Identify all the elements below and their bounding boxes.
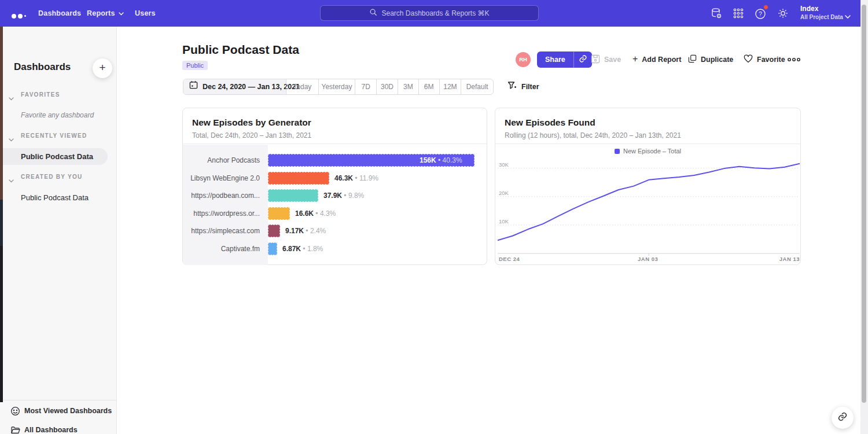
add-report-button[interactable]: + Add Report	[632, 52, 681, 68]
x-tick-dec24: DEC 24	[499, 256, 520, 262]
scrollbar-track	[860, 0, 868, 434]
sidebar-divider	[0, 400, 116, 400]
x-axis-labels: DEC 24 JAN 03 JAN 13	[498, 256, 800, 263]
preset-today[interactable]: Today	[286, 79, 318, 94]
bar-3[interactable]	[268, 189, 318, 202]
settings-gear-icon[interactable]	[776, 6, 790, 20]
project-chevron-icon[interactable]	[845, 11, 851, 21]
x-tick-jan03: JAN 03	[638, 256, 658, 262]
bar-6[interactable]	[268, 242, 277, 255]
nav-reports[interactable]: Reports	[87, 0, 124, 27]
chart-title: New Episodes by Generator	[192, 117, 311, 128]
search-placeholder: Search Dashboards & Reports ⌘K	[381, 9, 489, 17]
preset-7d[interactable]: 7D	[355, 79, 376, 94]
chevron-down-icon	[9, 175, 14, 185]
help-icon[interactable]: ?	[753, 6, 767, 20]
svg-text:?: ?	[759, 11, 762, 17]
filter-button[interactable]: Filter	[507, 81, 539, 92]
sidebar-item-public-podcast-data-created[interactable]: Public Podcast Data	[0, 189, 108, 206]
most-viewed-dashboards-label: Most Viewed Dashboards	[24, 407, 112, 415]
share-split-button: Share	[537, 52, 592, 68]
bar-category-label: Anchor Podcasts	[207, 154, 260, 167]
chevron-down-icon	[9, 134, 14, 144]
x-tick-jan13: JAN 13	[779, 256, 800, 262]
search-icon	[369, 8, 377, 18]
section-recently-viewed[interactable]: RECENTLY VIEWED	[0, 131, 117, 142]
edge-strip-top	[0, 27, 3, 200]
card-header: New Episodes Found Rolling (12 hours), t…	[495, 108, 800, 144]
duplicate-label: Duplicate	[701, 56, 733, 64]
section-created-by-you[interactable]: CREATED BY YOU	[0, 172, 117, 183]
smiley-icon	[10, 406, 20, 416]
date-range-button[interactable]: Dec 24, 2020 — Jan 13, 2021	[183, 79, 286, 94]
legend-swatch	[615, 149, 620, 154]
scrollbar-thumb[interactable]	[862, 5, 866, 403]
project-selector[interactable]: Index All Project Data	[800, 5, 843, 20]
bar-value-label: 9.17K • 2.4%	[285, 225, 326, 237]
duplicate-button[interactable]: Duplicate	[688, 52, 733, 68]
avatar[interactable]: RH	[516, 52, 531, 67]
line-chart-plot	[498, 157, 800, 256]
preset-6m[interactable]: 6M	[418, 79, 439, 94]
bar-category-label: https://simplecast.com	[191, 225, 260, 237]
favorite-button[interactable]: Favorite	[744, 52, 785, 68]
legend-label: New Episode – Total	[623, 148, 681, 155]
data-sources-icon[interactable]	[709, 6, 723, 20]
chart-legend: New Episode – Total	[495, 146, 800, 156]
section-created-by-you-label: CREATED BY YOU	[21, 174, 83, 180]
bar-value-label: 37.9K • 9.8%	[323, 189, 364, 202]
add-dashboard-button[interactable]: +	[93, 58, 112, 78]
apps-grid-icon[interactable]	[731, 6, 745, 20]
notification-badge	[763, 5, 768, 10]
chart-subtitle: Rolling (12 hours), total, Dec 24th, 202…	[505, 131, 681, 139]
plus-icon: +	[632, 54, 638, 64]
preset-30d[interactable]: 30D	[376, 79, 398, 94]
bar-category-label: Libsyn WebEngine 2.0	[190, 172, 260, 185]
more-dots-icon	[787, 56, 801, 64]
share-button[interactable]: Share	[537, 52, 573, 68]
brand-logo[interactable]	[12, 10, 31, 16]
bar-value-label: 46.3K • 11.9%	[334, 172, 378, 185]
bar-category-label: Captivate.fm	[221, 242, 260, 255]
filter-label: Filter	[521, 83, 539, 91]
preset-12m[interactable]: 12M	[439, 79, 461, 94]
search-input[interactable]: Search Dashboards & Reports ⌘K	[320, 5, 539, 21]
nav-reports-label: Reports	[87, 9, 115, 17]
save-button[interactable]: Save	[591, 52, 621, 68]
card-new-episodes-found: New Episodes Found Rolling (12 hours), t…	[495, 108, 801, 265]
preset-yesterday[interactable]: Yesterday	[318, 79, 355, 94]
sidebar-item-public-podcast-data-recent[interactable]: Public Podcast Data	[0, 148, 108, 165]
all-dashboards-item[interactable]: All Dashboards	[0, 423, 116, 434]
favorites-empty-note: Favorite any dashboard	[21, 111, 94, 119]
duplicate-icon	[688, 54, 697, 65]
date-range-bar: Dec 24, 2020 — Jan 13, 2021 TodayYesterd…	[183, 79, 494, 95]
sidebar: Dashboards + FAVORITES Favorite any dash…	[0, 27, 117, 434]
bar-category-label: https://wordpress.or...	[193, 207, 260, 220]
most-viewed-dashboards-item[interactable]: Most Viewed Dashboards	[0, 404, 116, 419]
bar-4[interactable]	[268, 207, 290, 220]
sidebar-title: Dashboards	[14, 61, 71, 73]
all-dashboards-label: All Dashboards	[24, 426, 78, 434]
chart-subtitle: Total, Dec 24th, 2020 – Jan 13th, 2021	[192, 131, 311, 139]
section-recently-viewed-label: RECENTLY VIEWED	[21, 133, 87, 139]
more-menu-button[interactable]	[787, 52, 801, 68]
project-name: Index	[800, 5, 843, 13]
edge-strip-bottom	[0, 246, 3, 402]
nav-users[interactable]: Users	[135, 0, 156, 27]
y-tick-20k: 20K	[499, 190, 509, 196]
favorite-label: Favorite	[757, 56, 785, 64]
bar-5[interactable]	[268, 225, 280, 237]
project-subtitle: All Project Data	[800, 14, 843, 20]
bar-value-label: 156K • 40.3%	[420, 154, 462, 167]
share-link-button[interactable]	[573, 52, 592, 68]
bar-value-label: 6.87K • 1.8%	[282, 242, 323, 255]
nav-dashboards[interactable]: Dashboards	[38, 0, 81, 27]
heart-icon	[744, 54, 753, 65]
floating-share-link-button[interactable]	[832, 407, 854, 429]
preset-default[interactable]: Default	[461, 79, 493, 94]
bar-2[interactable]	[268, 172, 329, 185]
section-favorites[interactable]: FAVORITES	[0, 90, 117, 101]
preset-3m[interactable]: 3M	[398, 79, 418, 94]
bar-chart-body: Anchor PodcastsLibsyn WebEngine 2.0https…	[183, 145, 487, 264]
save-label: Save	[604, 56, 621, 64]
